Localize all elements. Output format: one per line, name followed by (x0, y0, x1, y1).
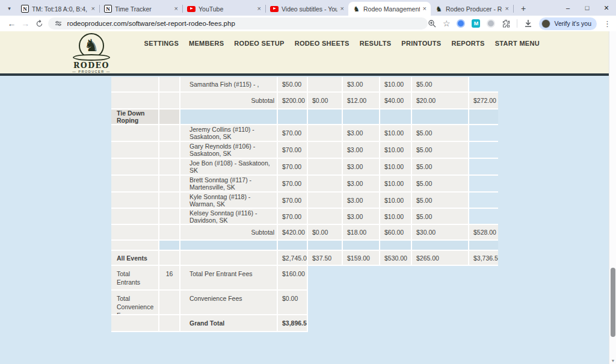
zoom-button[interactable] (428, 19, 436, 28)
extensions-button[interactable] (502, 19, 510, 28)
nav-item-reports[interactable]: REPORTS (451, 40, 484, 47)
table-cell: Kyle Sonntag (#118) - Warman, SK (180, 193, 278, 209)
rodeo-producer-logo[interactable]: ♞ RODEO — PRODUCER — (67, 33, 116, 73)
logo-title: RODEO (67, 61, 116, 70)
scroll-down-arrow-icon[interactable]: ▼ (609, 359, 616, 363)
table-cell (308, 315, 343, 332)
puzzle-icon (502, 19, 510, 28)
tab-close-icon[interactable]: × (340, 5, 344, 12)
table-cell (469, 125, 498, 142)
table-cell: $70.00 (278, 193, 308, 209)
table-cell (308, 291, 343, 315)
table-cell: Total Entrants (111, 266, 159, 291)
browser-tab[interactable]: NTM: Tot:18 A:0, B:4, C:13, D:0, E× (17, 2, 99, 16)
maximize-button[interactable]: □ (578, 0, 597, 16)
forward-button[interactable]: → (19, 17, 32, 30)
tab-title: Rodeo Management System - A (363, 5, 420, 13)
table-cell: $37.50 (308, 251, 343, 266)
browser-menu-button[interactable]: ⋮ (603, 19, 611, 28)
table-cell: $528.00 (469, 225, 498, 241)
browser-tab[interactable]: NTime Tracker× (100, 2, 182, 16)
verify-its-you-button[interactable]: Verify it's you (539, 17, 597, 30)
table-cell: $5.00 (412, 193, 469, 209)
table-cell: $10.00 (380, 142, 412, 159)
tab-title: Rodeo Producer - Reports - Ro (446, 5, 502, 13)
table-cell: $70.00 (278, 176, 308, 193)
verify-label: Verify it's you (554, 20, 591, 27)
table-cell (412, 110, 469, 125)
tab-close-icon[interactable]: × (91, 5, 95, 12)
address-bar[interactable]: rodeoproducer.com/software/set-report-ro… (48, 17, 427, 29)
toolbar-actions: ☆ M Verify it's you ⋮ (428, 17, 611, 30)
close-button[interactable]: × (597, 0, 616, 16)
browser-tab[interactable]: ♞Rodeo Producer - Reports - Ro× (431, 2, 513, 16)
table-cell (180, 110, 278, 125)
minimize-button[interactable]: – (558, 0, 578, 16)
table-cell (159, 77, 180, 93)
nav-item-printouts[interactable]: PRINTOUTS (401, 40, 441, 47)
browser-tab[interactable]: YouTube× (183, 2, 265, 16)
youtube-icon (270, 6, 279, 12)
table-cell (380, 110, 412, 125)
browser-tab[interactable]: Video subtitles - YouTube Studi× (266, 2, 348, 16)
back-icon: ← (7, 19, 16, 28)
tab-close-icon[interactable]: × (423, 5, 427, 12)
table-cell (308, 209, 343, 225)
scrollbar-thumb[interactable] (611, 268, 615, 337)
table-cell: Jeremy Collins (#110) - Saskatoon, SK (180, 125, 278, 142)
toolbar-divider (517, 19, 517, 28)
new-tab-button[interactable]: + (517, 2, 529, 14)
table-row-entrant: Samantha Fish (#115) - ,$50.00$3.00$10.0… (111, 77, 498, 93)
tab-close-icon[interactable]: × (257, 5, 261, 12)
tab-close-icon[interactable]: × (505, 5, 509, 12)
star-icon: ☆ (443, 19, 451, 28)
table-cell: $265.00 (412, 251, 469, 266)
back-button[interactable]: ← (5, 17, 19, 30)
reload-button[interactable] (32, 17, 46, 30)
table-cell (380, 241, 412, 251)
kebab-menu-icon: ⋮ (603, 19, 611, 28)
table-cell (469, 77, 498, 93)
browser-tab[interactable]: ♞Rodeo Management System - A× (348, 2, 431, 16)
table-cell: $5.00 (412, 159, 469, 176)
url-text: rodeoproducer.com/software/set-report-ro… (67, 20, 235, 27)
table-cell (412, 266, 469, 291)
table-cell (159, 142, 180, 159)
tab-search-button[interactable]: ▾ (4, 2, 15, 14)
nav-item-rodeo-sheets[interactable]: RODEO SHEETS (295, 40, 350, 47)
table-cell (343, 110, 380, 125)
table-cell (380, 291, 412, 315)
nav-item-results[interactable]: RESULTS (360, 40, 392, 47)
table-cell (308, 125, 343, 142)
table-cell (469, 110, 498, 125)
table-cell: $5.00 (412, 125, 469, 142)
bookmark-button[interactable]: ☆ (443, 19, 451, 28)
table-cell: $159.00 (343, 251, 380, 266)
table-row-entrant: Gary Reynolds (#106) - Saskatoon, SK$70.… (111, 142, 498, 159)
tab-close-icon[interactable]: × (174, 5, 178, 12)
reload-icon (35, 20, 43, 28)
table-cell: $70.00 (278, 209, 308, 225)
page-content: Samantha Fish (#115) - ,$50.00$3.00$10.0… (0, 76, 609, 364)
nav-item-members[interactable]: MEMBERS (189, 40, 224, 47)
extension-m-button[interactable]: M (472, 19, 480, 28)
vertical-scrollbar[interactable]: ▼ (609, 31, 616, 364)
table-cell: $10.00 (380, 159, 412, 176)
table-cell: $200.00 (278, 93, 308, 110)
nav-item-settings[interactable]: SETTINGS (144, 40, 179, 47)
notion-icon: N (21, 5, 29, 13)
extension-gray-button[interactable] (487, 19, 495, 28)
table-cell: $5.00 (412, 142, 469, 159)
table-cell: $5.00 (412, 77, 469, 93)
table-cell: 16 (159, 266, 180, 291)
downloads-button[interactable] (524, 19, 532, 28)
extension-lens-button[interactable] (457, 19, 465, 28)
nav-item-rodeo-setup[interactable]: RODEO SETUP (234, 40, 284, 47)
forward-icon: → (21, 19, 29, 28)
nav-item-start-menu[interactable]: START MENU (495, 40, 540, 47)
table-cell (159, 125, 180, 142)
table-cell (343, 241, 380, 251)
tab-divider (513, 5, 514, 13)
table-cell (412, 241, 469, 251)
table-cell (469, 209, 498, 225)
